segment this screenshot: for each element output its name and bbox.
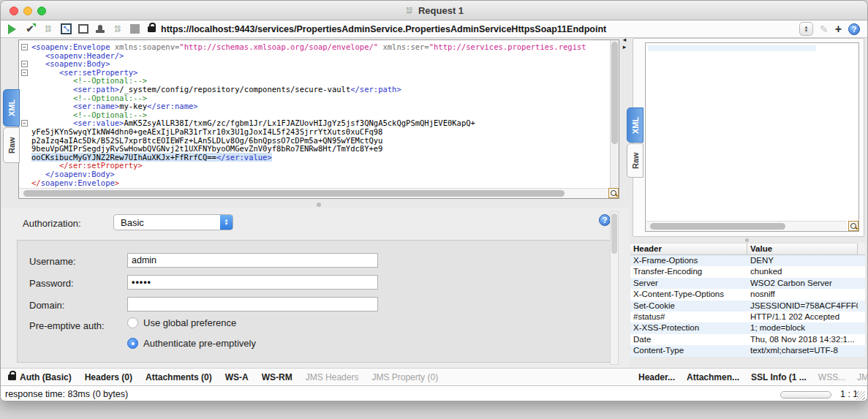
- tab-label: Auth (Basic): [20, 372, 72, 382]
- header-name-cell: X-XSS-Protection: [630, 322, 747, 333]
- request-editor-zoom-icon[interactable]: [608, 188, 619, 198]
- auth-panel-scrollbar[interactable]: [610, 211, 619, 365]
- table-scroll-corner: [858, 243, 865, 255]
- fold-toggle-icon[interactable]: −: [21, 69, 28, 76]
- toolbar-right-controls: ▲▼ ✎ + ?: [799, 22, 867, 36]
- header-row[interactable]: X-Content-Type-Optionsnosniff: [630, 289, 865, 300]
- resize-grip[interactable]: [856, 391, 865, 400]
- tab-auth-basic[interactable]: Auth (Basic): [8, 372, 72, 382]
- tab-label: WS-RM: [262, 372, 293, 382]
- status-bar: response time: 83ms (0 bytes) 1 : 1: [1, 385, 867, 401]
- resp-tab-wss: WSS...: [818, 372, 845, 382]
- response-headers-table: Header Value X-Frame-OptionsDENYTransfer…: [630, 243, 865, 352]
- header-value-cell: Thu, 08 Nov 2018 14:32:1...: [747, 334, 858, 345]
- code-line: <soapenv:Header/>: [31, 52, 608, 61]
- auth-help-button[interactable]: ?: [599, 214, 611, 226]
- header-row[interactable]: X-XSS-Protection1; mode=block: [630, 322, 865, 333]
- request-tab-raw[interactable]: Raw: [3, 127, 20, 163]
- radio-selected-icon[interactable]: [127, 338, 138, 349]
- resp-tab-header[interactable]: Header...: [638, 372, 675, 382]
- username-field[interactable]: admin: [127, 253, 378, 268]
- header-value-cell: 1; mode=block: [747, 322, 858, 333]
- header-row[interactable]: DateThu, 08 Nov 2018 14:32:1...: [630, 334, 865, 345]
- header-row[interactable]: ServerWSO2 Carbon Server: [630, 278, 865, 289]
- request-xml-editor[interactable]: −<soapenv:Envelope xmlns:soapenv="http:/…: [18, 39, 619, 199]
- header-name-cell: #status#: [630, 312, 747, 322]
- tab-ws-a[interactable]: WS-A: [225, 372, 249, 382]
- header-value-cell: HTTP/1.1 202 Accepted: [747, 312, 858, 322]
- add-to-mockservice-icon[interactable]: SOAP: [42, 23, 54, 35]
- header-value-cell: JSESSIONID=758ACF4FFF08...: [747, 301, 858, 312]
- fold-toggle-icon[interactable]: −: [21, 120, 28, 127]
- tab-jms-headers: JMS Headers: [306, 372, 359, 382]
- tab-label: JMS...: [857, 372, 868, 382]
- code-line: </ser:setProperty>: [31, 162, 608, 170]
- radio-unselected-icon[interactable]: [127, 317, 138, 328]
- header-row[interactable]: Content-Typetext/xml;charset=UTF-8: [630, 345, 865, 356]
- soapui-action-icon[interactable]: SOAP: [112, 23, 124, 35]
- header-value-cell: nosniff: [747, 289, 858, 300]
- request-editor-hscrollbar[interactable]: [19, 188, 610, 198]
- response-tab-xml[interactable]: XML: [627, 107, 644, 143]
- resp-tab-attachmen[interactable]: Attachmen...: [687, 372, 739, 382]
- domain-field[interactable]: [127, 297, 378, 312]
- tab-attachments-0[interactable]: Attachments (0): [146, 372, 212, 382]
- preemptive-option[interactable]: Use global preference: [127, 317, 236, 328]
- tab-label: SSL Info (1 ...: [751, 372, 807, 382]
- username-label: Username:: [29, 256, 76, 267]
- header-row[interactable]: Transfer-Encodingchunked: [630, 266, 865, 277]
- window-title: Request 1: [418, 5, 464, 16]
- password-field[interactable]: •••••: [127, 275, 378, 290]
- authorization-type-select[interactable]: Basic ▲▼: [113, 214, 233, 230]
- fold-toggle-icon[interactable]: −: [21, 61, 28, 67]
- help-button[interactable]: ?: [848, 23, 860, 35]
- header-row[interactable]: #status#HTTP/1.1 202 Accepted: [630, 312, 865, 322]
- title-group: SOAP Request 1: [1, 1, 867, 20]
- response-time-text: response time: 83ms (0 bytes): [5, 389, 128, 399]
- response-selection-highlight: [648, 45, 816, 51]
- domain-label: Domain:: [29, 300, 64, 311]
- tab-ws-rm[interactable]: WS-RM: [262, 372, 293, 382]
- tab-headers-0[interactable]: Headers (0): [85, 372, 132, 382]
- response-xml-editor[interactable]: [645, 42, 859, 232]
- header-column-label: Header: [630, 243, 747, 255]
- header-row[interactable]: Set-CookieJSESSIONID=758ACF4FFF08...: [630, 301, 865, 312]
- fold-toggle-icon[interactable]: −: [21, 44, 28, 50]
- horizontal-splitter-handle[interactable]: [317, 203, 321, 207]
- tab-label: WSS...: [818, 372, 845, 382]
- value-column-label: Value: [747, 243, 858, 255]
- response-editor-zoom-icon[interactable]: [848, 221, 858, 231]
- response-splitter-handle[interactable]: [745, 238, 749, 242]
- header-value-cell: DENY: [747, 255, 858, 266]
- recreate-request-icon[interactable]: ⤡: [61, 23, 72, 34]
- header-name-cell: Date: [630, 334, 747, 345]
- resp-tab-ssl-info-1[interactable]: SSL Info (1 ...: [751, 372, 807, 382]
- splitter-collapse-icon[interactable]: ◂▸: [621, 36, 628, 52]
- soapui-request-icon: SOAP: [404, 7, 415, 15]
- response-editor-hscrollbar[interactable]: [646, 221, 847, 231]
- request-tab-xml[interactable]: XML: [3, 89, 20, 127]
- authorization-label: Authorization:: [23, 218, 81, 229]
- headers-table-header-row: Header Value: [630, 243, 865, 255]
- endpoint-url[interactable]: https://localhost:9443/services/Properti…: [161, 24, 606, 34]
- submit-request-icon[interactable]: [6, 23, 18, 35]
- add-to-testcase-icon[interactable]: ✔: [24, 23, 36, 35]
- preemptive-option[interactable]: Authenticate pre-emptively: [127, 338, 256, 349]
- cancel-request-icon[interactable]: [78, 24, 88, 34]
- response-tab-raw[interactable]: Raw: [627, 143, 644, 178]
- inactive-action-icon[interactable]: [130, 24, 140, 34]
- ssl-lock-icon[interactable]: [146, 23, 156, 35]
- header-name-cell: X-Frame-Options: [630, 255, 747, 266]
- title-bar: SOAP Request 1: [1, 1, 867, 20]
- header-name-cell: X-Content-Type-Options: [630, 289, 747, 300]
- tab-label: JMS Property (0): [371, 372, 438, 382]
- add-endpoint-button[interactable]: +: [835, 24, 842, 34]
- request-toolbar: ✔SOAP⤡SOAP https://localhost:9443/servic…: [1, 20, 867, 38]
- endpoint-stepper[interactable]: ▲▼: [799, 22, 813, 36]
- create-empty-request-icon[interactable]: [95, 24, 105, 34]
- caret-position-indicator: 1 : 1: [840, 389, 858, 399]
- request-window: SOAP Request 1 ✔SOAP⤡SOAP https://localh…: [0, 0, 868, 401]
- header-row[interactable]: X-Frame-OptionsDENY: [630, 255, 865, 266]
- request-editor-vscrollbar[interactable]: [610, 40, 619, 188]
- tab-jms-property-0: JMS Property (0): [371, 372, 438, 382]
